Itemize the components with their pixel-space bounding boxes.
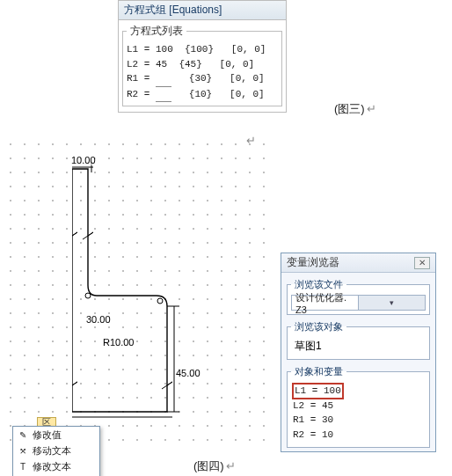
chevron-down-icon[interactable]: ▾ — [358, 296, 425, 310]
dim-top[interactable]: 10.00 — [71, 155, 96, 165]
equation-row: R2 = {10} [0, 0] — [127, 87, 278, 103]
svg-point-3 — [85, 293, 91, 298]
dim-45[interactable]: 45.00 — [176, 368, 200, 378]
equations-panel: 方程式组 [Equations] 方程式列表 L1 = 100 {100} [0… — [118, 0, 287, 113]
dim-r10[interactable]: R10.00 — [103, 337, 134, 348]
equation-value-input[interactable] — [156, 71, 171, 87]
menu-item-label: 修改值 — [33, 428, 62, 442]
context-menu: ✎修改值⤧移动文本T修改文本↔切换类型✖删除◑隐藏?查询≡属性🔗链接到变量 — [12, 426, 100, 476]
variable-row[interactable]: L2 = 45 — [293, 399, 424, 414]
svg-point-4 — [157, 298, 163, 304]
equation-row: L1 = 100 {100} [0, 0] — [127, 42, 278, 57]
equations-title: 方程式组 [Equations] — [119, 1, 286, 20]
variable-row[interactable]: L1 = 100 — [293, 384, 343, 399]
file-combo[interactable]: 设计优化器. Z3 ▾ — [291, 295, 426, 311]
variable-row[interactable]: R1 = 30 — [293, 413, 424, 428]
close-button[interactable]: ✕ — [414, 257, 430, 269]
sketch-shape: 10.00 30.00 R10.00 45.00 — [72, 157, 186, 429]
variable-row[interactable]: R2 = 10 — [293, 428, 424, 443]
object-fieldset: 浏览该对象 草图1 — [287, 320, 430, 360]
file-fieldset: 浏览该文件 设计优化器. Z3 ▾ — [287, 278, 430, 315]
context-menu-item[interactable]: T修改文本 — [13, 458, 99, 474]
equations-fieldset: 方程式列表 L1 = 100 {100} [0, 0]L2 = 45 {45} … — [122, 24, 282, 106]
cad-canvas[interactable]: 10.00 30.00 R10.00 45.00 区 ✎修改值⤧移动文本T修改文… — [4, 137, 267, 447]
equation-value-input[interactable] — [156, 87, 171, 103]
dim-mid[interactable]: 30.00 — [86, 314, 111, 325]
caption-fig4: (图四)↵ — [193, 458, 236, 474]
menu-item-label: 移动文本 — [33, 444, 71, 458]
context-menu-item[interactable]: ⤧移动文本 — [13, 443, 99, 458]
menu-item-icon: ⤧ — [17, 444, 29, 457]
object-value: 草图1 — [291, 337, 426, 355]
file-legend: 浏览该文件 — [291, 278, 346, 291]
menu-item-icon: T — [17, 460, 29, 472]
menu-item-label: 修改文本 — [33, 460, 71, 473]
variable-browser-title: 变量浏览器 — [287, 255, 339, 270]
equations-legend: 方程式列表 — [127, 24, 186, 39]
caption-fig3: (图三)↵ — [334, 101, 376, 117]
equation-row: R1 = {30} [0, 0] — [127, 71, 278, 87]
menu-item-icon: ✎ — [17, 428, 29, 441]
vars-legend: 对象和变量 — [291, 365, 346, 378]
context-menu-item[interactable]: ✎修改值 — [13, 427, 99, 443]
equation-row: L2 = 45 {45} [0, 0] — [127, 57, 278, 72]
file-combo-value: 设计优化器. Z3 — [292, 291, 358, 315]
variable-browser-panel: 变量浏览器 ✕ 浏览该文件 设计优化器. Z3 ▾ 浏览该对象 草图1 对象和变… — [281, 253, 436, 452]
vars-fieldset: 对象和变量 L1 = 100L2 = 45R1 = 30R2 = 10 — [287, 365, 430, 448]
object-legend: 浏览该对象 — [291, 320, 346, 333]
